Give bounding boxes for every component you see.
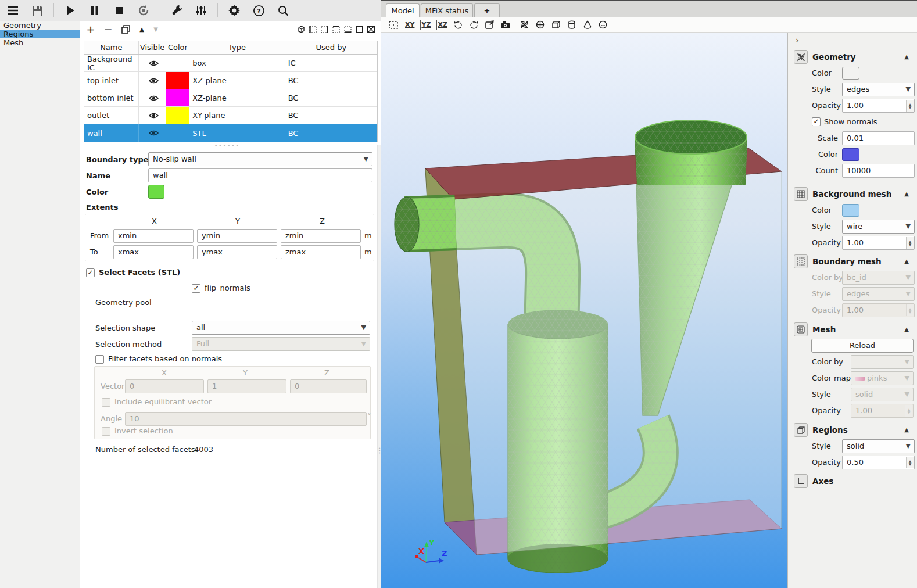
geometry-opacity-spinbox[interactable]: 1.00▲▼ bbox=[842, 99, 915, 113]
boundary-mesh-section-title[interactable]: Boundary mesh bbox=[812, 254, 882, 268]
help-icon[interactable]: ? bbox=[250, 2, 267, 19]
select-facets-checkbox[interactable] bbox=[86, 268, 95, 277]
axes-section-icon[interactable] bbox=[794, 474, 808, 488]
rotate-right-icon[interactable] bbox=[469, 20, 479, 30]
boundary-mesh-opacity-spinbox[interactable]: 1.00▲▼ bbox=[842, 303, 915, 317]
run-icon[interactable] bbox=[62, 2, 78, 19]
region-color-cell[interactable] bbox=[166, 55, 189, 71]
boundary-mesh-section-icon[interactable] bbox=[794, 254, 808, 268]
show-normals-checkbox[interactable] bbox=[812, 117, 821, 126]
spin-arrows-icon[interactable]: ▲▼ bbox=[906, 304, 914, 316]
extent-xmax-input[interactable]: xmax bbox=[113, 245, 194, 259]
move-up-icon[interactable]: ▲ bbox=[136, 23, 148, 35]
column-header-used-by[interactable]: Used by bbox=[285, 41, 377, 54]
sidebar-item-mesh[interactable]: Mesh bbox=[0, 38, 80, 47]
view-xy-icon[interactable]: XY bbox=[404, 20, 415, 30]
panel-collapse-button[interactable]: › bbox=[793, 36, 802, 45]
visibility-eye-icon[interactable] bbox=[139, 89, 167, 106]
tab-model[interactable]: Model bbox=[386, 3, 420, 19]
bottom-plane-icon[interactable] bbox=[342, 23, 353, 35]
vector-z-input[interactable]: 0 bbox=[290, 379, 367, 393]
spin-arrows-icon[interactable]: ▲▼ bbox=[906, 457, 914, 468]
camera-icon[interactable] bbox=[500, 20, 511, 30]
sidebar-item-geometry[interactable]: Geometry bbox=[0, 21, 80, 30]
splitter-handle[interactable]: •••••• bbox=[80, 143, 374, 149]
column-header-type[interactable]: Type bbox=[189, 41, 285, 54]
angle-input[interactable]: 10 bbox=[125, 412, 367, 426]
cone-icon[interactable] bbox=[582, 20, 593, 30]
view-xz-icon[interactable]: XZ bbox=[436, 20, 447, 30]
collapse-caret-icon[interactable]: ▲ bbox=[904, 50, 909, 64]
reset-icon[interactable] bbox=[135, 2, 152, 19]
bg-mesh-opacity-spinbox[interactable]: 1.00▲▼ bbox=[842, 236, 915, 250]
spin-arrows-icon[interactable]: ▲▼ bbox=[906, 100, 914, 112]
remove-region-button[interactable]: − bbox=[102, 23, 114, 35]
table-row-selected[interactable]: wall STL BC bbox=[84, 124, 377, 142]
add-region-button[interactable]: + bbox=[85, 23, 96, 35]
extent-xmin-input[interactable]: xmin bbox=[113, 229, 194, 243]
mesh-color-by-select[interactable]: ▼ bbox=[851, 355, 914, 369]
vector-x-input[interactable]: 0 bbox=[125, 379, 204, 393]
geometry-color-button[interactable] bbox=[842, 67, 859, 80]
menu-icon[interactable] bbox=[5, 2, 21, 19]
table-row[interactable]: top inlet XZ-plane BC bbox=[84, 72, 377, 89]
normals-color-button[interactable] bbox=[842, 148, 859, 161]
perspective-icon[interactable] bbox=[520, 20, 530, 30]
region-color-cell[interactable] bbox=[166, 72, 189, 89]
visibility-eye-icon[interactable] bbox=[139, 55, 167, 71]
equilibrant-checkbox[interactable] bbox=[102, 398, 110, 407]
flip-normals-checkbox[interactable] bbox=[192, 284, 200, 293]
3d-viewport[interactable]: Y X Z bbox=[381, 33, 787, 588]
column-header-name[interactable]: Name bbox=[84, 41, 139, 54]
geometry-section-icon[interactable] bbox=[794, 50, 808, 64]
vector-y-input[interactable]: 1 bbox=[207, 379, 286, 393]
box-region-icon[interactable] bbox=[353, 23, 365, 35]
visibility-eye-icon[interactable] bbox=[139, 72, 167, 89]
bg-mesh-color-button[interactable] bbox=[842, 204, 859, 217]
cylinder-icon[interactable] bbox=[567, 20, 577, 30]
region-color-cell[interactable] bbox=[166, 124, 189, 142]
mesh-section-icon[interactable] bbox=[794, 322, 808, 336]
rotate-left-icon[interactable] bbox=[453, 20, 464, 30]
background-mesh-section-icon[interactable] bbox=[794, 187, 808, 201]
boundary-mesh-style-select[interactable]: edges▼ bbox=[842, 287, 915, 301]
region-color-button[interactable] bbox=[148, 185, 164, 199]
visibility-eye-icon[interactable] bbox=[139, 107, 167, 124]
normals-count-input[interactable]: 10000 bbox=[842, 164, 915, 178]
sidebar-item-regions[interactable]: Regions bbox=[0, 30, 80, 38]
table-row[interactable]: Background IC box IC bbox=[84, 55, 377, 72]
stop-icon[interactable] bbox=[111, 2, 127, 19]
geometry-style-select[interactable]: edges▼ bbox=[842, 83, 915, 96]
bg-mesh-style-select[interactable]: wire▼ bbox=[842, 220, 915, 234]
extent-ymin-input[interactable]: ymin bbox=[197, 229, 277, 243]
pause-icon[interactable] bbox=[87, 2, 103, 19]
regions-opacity-spinbox[interactable]: 0.50▲▼ bbox=[842, 456, 915, 469]
mesh-opacity-spinbox[interactable]: 1.00▲▼ bbox=[851, 404, 914, 418]
search-icon[interactable] bbox=[275, 2, 291, 19]
right-plane-icon[interactable] bbox=[318, 23, 330, 35]
filter-facets-checkbox[interactable] bbox=[95, 355, 104, 364]
mesh-color-map-select[interactable]: pinks▼ bbox=[851, 371, 914, 385]
parameters-sliders-icon[interactable] bbox=[193, 2, 209, 19]
selection-shape-select[interactable]: all▼ bbox=[192, 321, 370, 335]
background-mesh-section-title[interactable]: Background mesh bbox=[812, 187, 891, 201]
settings-gear-icon[interactable] bbox=[226, 2, 242, 19]
stl-region-icon[interactable] bbox=[365, 23, 377, 35]
boundary-type-select[interactable]: No-slip wall▼ bbox=[148, 152, 372, 166]
visibility-eye-icon[interactable] bbox=[139, 124, 167, 142]
collapse-caret-icon[interactable]: ▲ bbox=[904, 322, 909, 336]
table-row[interactable]: bottom inlet XZ-plane BC bbox=[84, 89, 377, 107]
screenshot-edit-icon[interactable] bbox=[485, 20, 495, 30]
collapse-caret-icon[interactable]: ▲ bbox=[904, 187, 909, 201]
cube-icon[interactable] bbox=[551, 20, 561, 30]
axes-section-title[interactable]: Axes bbox=[812, 474, 833, 488]
geometry-section-title[interactable]: Geometry bbox=[812, 50, 856, 64]
left-plane-icon[interactable] bbox=[307, 23, 318, 35]
3d-region-icon[interactable] bbox=[295, 23, 307, 35]
top-plane-icon[interactable] bbox=[330, 23, 342, 35]
mesh-section-title[interactable]: Mesh bbox=[812, 322, 836, 336]
normals-scale-input[interactable]: 0.01 bbox=[842, 131, 915, 145]
sphere-icon[interactable] bbox=[598, 20, 608, 30]
extent-zmin-input[interactable]: zmin bbox=[281, 229, 361, 243]
regions-section-title[interactable]: Regions bbox=[812, 423, 848, 437]
